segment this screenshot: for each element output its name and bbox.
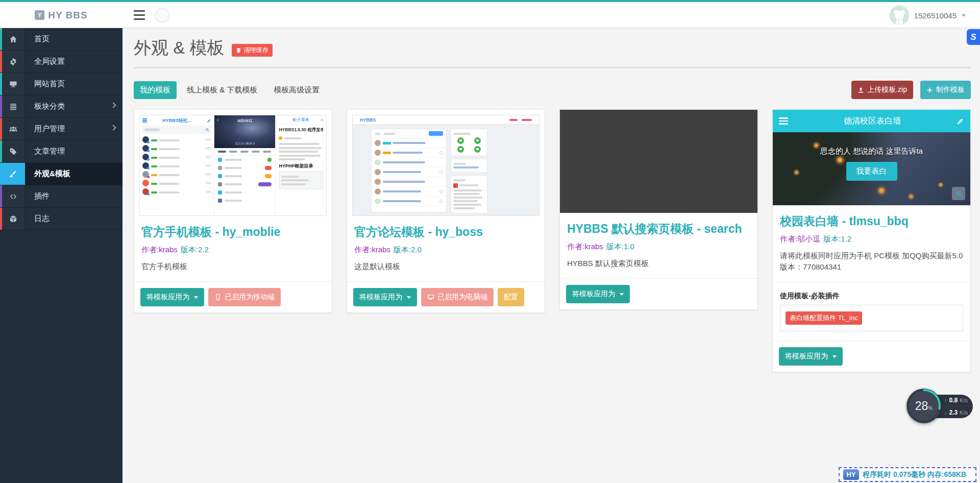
gear-icon <box>2 51 25 73</box>
tag-icon <box>2 140 25 162</box>
sidebar-item-label: 文章管理 <box>25 140 122 162</box>
top-accent-bar <box>0 0 980 2</box>
sidebar-item-label: 首页 <box>25 28 122 50</box>
template-cards: HYBBS轻社... ‹ admin1 <box>134 109 971 372</box>
template-title[interactable]: 官方手机模板 - hy_moblie <box>141 224 325 240</box>
sidebar: 首页全局设置网站首页板块分类用户管理文章管理外观&模板插件日志 <box>0 28 122 483</box>
apply-template-button[interactable]: 将模板应用为 <box>566 285 630 303</box>
users-icon <box>2 118 25 140</box>
template-thumbnail[interactable]: 德清校区表白墙 思念的人 想说的话 这里告诉ta 我要表白 <box>773 110 970 205</box>
search-icon <box>205 128 209 132</box>
template-meta: 作者:krabs版本:2.2 <box>141 245 325 255</box>
user-avatar <box>890 6 909 25</box>
apply-template-button[interactable]: 将模板应用为 <box>779 347 843 366</box>
caret-down-icon <box>407 296 411 299</box>
arrow-down-icon: ↓ <box>944 409 947 416</box>
config-button[interactable]: 配置 <box>498 288 524 306</box>
search-icon <box>955 190 962 197</box>
sidebar-item-home[interactable]: 首页 <box>0 28 122 51</box>
template-meta: 作者:krabs版本:1.0 <box>567 242 750 252</box>
tab-advanced-settings[interactable]: 模板高级设置 <box>267 81 326 99</box>
upload-template-button[interactable]: 上传模板.zip <box>851 81 913 99</box>
monitor-icon <box>427 294 434 301</box>
sidebar-item-list[interactable]: 板块分类 <box>0 95 122 118</box>
sidebar-item-brush[interactable]: 外观&模板 <box>0 163 122 185</box>
template-title[interactable]: HYBBS 默认搜索页模板 - search <box>567 221 750 237</box>
phone-icon <box>214 294 222 301</box>
user-menu[interactable]: 1526510045 <box>890 5 966 26</box>
enabled-desktop-badge[interactable]: 已启用为电脑端 <box>421 288 494 306</box>
template-description: HYBBS 默认搜索页模板 <box>567 258 750 269</box>
plugin-badge[interactable]: 表白墙配置插件 TL_inc <box>786 311 862 325</box>
required-plugins-box: 表白墙配置插件 TL_inc <box>780 305 963 331</box>
sidebar-item-code[interactable]: 插件 <box>0 185 122 208</box>
sidebar-item-label: 网站首页 <box>25 73 122 95</box>
sidebar-item-label: 插件 <box>25 185 122 207</box>
template-card-hy-moblie: HYBBS轻社... ‹ admin1 <box>134 109 332 313</box>
app-root: Y HY BBS 1526510045 首页全局设置网站首页板块分类用户管理文章… <box>0 0 980 483</box>
sidebar-item-label: 板块分类 <box>25 95 122 117</box>
menu-toggle-icon[interactable] <box>134 10 145 20</box>
sidebar-item-label: 用户管理 <box>25 118 122 140</box>
sidebar-item-tag[interactable]: 文章管理 <box>0 140 122 163</box>
template-description: 这是默认模板 <box>354 261 537 272</box>
sidebar-item-cube[interactable]: 日志 <box>0 208 122 230</box>
template-meta: 作者:krabs版本:2.0 <box>354 245 537 255</box>
perf-status-text: 程序耗时 0.075毫秒 内存:658KB <box>863 470 966 479</box>
template-description: 请将此模板同时应用为手机 PC模板 加QQ购买最新5.0版本：770804341 <box>780 250 963 273</box>
sidebar-item-monitor[interactable]: 网站首页 <box>0 73 122 95</box>
plus-icon <box>926 87 933 93</box>
tab-online-templates[interactable]: 线上模板 & 下载模板 <box>181 81 263 99</box>
sidebar-item-users[interactable]: 用户管理 <box>0 118 122 140</box>
home-icon <box>2 28 25 50</box>
toolbar: 我的模板 线上模板 & 下载模板 模板高级设置 上传模板.zip 制作模板 <box>134 81 971 99</box>
search-button[interactable] <box>952 187 965 200</box>
trash-icon <box>236 47 241 53</box>
thumb-menu-icon <box>779 116 788 126</box>
template-meta: 作者:邬小逗版本:1.2 <box>780 234 963 244</box>
extension-s-button[interactable]: S <box>967 29 980 45</box>
debug-status-bar: HY 程序耗时 0.075毫秒 内存:658KB <box>839 467 976 482</box>
sidebar-item-gear[interactable]: 全局设置 <box>0 51 122 73</box>
enabled-mobile-badge[interactable]: 已启用为移动端 <box>208 288 281 306</box>
required-plugins-label: 使用模板-必装插件 <box>780 292 963 301</box>
pencil-icon <box>957 117 964 125</box>
header-divider <box>134 67 971 68</box>
page-title: 外观 & 模板 <box>134 36 225 60</box>
cpu-percent-circle[interactable]: 28% <box>906 389 941 423</box>
tab-my-templates[interactable]: 我的模板 <box>134 81 177 99</box>
monitor-icon <box>2 73 25 95</box>
list-icon <box>2 95 25 117</box>
template-card-tlmsu-bbq: 德清校区表白墙 思念的人 想说的话 这里告诉ta 我要表白 校园表白墙 - tl… <box>772 109 971 372</box>
brand[interactable]: Y HY BBS <box>0 2 122 28</box>
speed-monitor-widget[interactable]: ↑ 0.8K/s ↓ 2.3K/s 28% <box>906 389 973 424</box>
chevron-down-icon <box>962 14 966 17</box>
upload-icon <box>857 87 864 93</box>
create-template-button[interactable]: 制作模板 <box>920 81 971 99</box>
clear-cache-button[interactable]: 清理缓存 <box>232 44 273 57</box>
caret-down-icon <box>620 293 624 296</box>
apply-template-button[interactable]: 将模板应用为 <box>140 288 204 306</box>
template-card-hy-boss: HYBBS <box>347 109 545 313</box>
template-title[interactable]: 官方论坛模板 - hy_boss <box>354 224 537 240</box>
confess-button[interactable]: 我要表白 <box>846 162 897 181</box>
username: 1526510045 <box>914 11 957 20</box>
tab-bar: 我的模板 线上模板 & 下载模板 模板高级设置 <box>134 81 326 99</box>
caret-down-icon <box>832 355 837 358</box>
template-thumbnail[interactable]: HYBBS <box>352 115 540 216</box>
brand-logo-icon: Y <box>35 10 44 20</box>
cube-icon <box>2 208 25 230</box>
template-title[interactable]: 校园表白墙 - tlmsu_bbq <box>780 213 963 229</box>
sidebar-item-label: 外观&模板 <box>25 163 122 185</box>
brush-icon <box>0 163 25 185</box>
sidebar-item-label: 日志 <box>25 208 122 230</box>
template-thumbnail[interactable]: HYBBS轻社... ‹ admin1 <box>139 115 327 216</box>
main-content: 外观 & 模板 清理缓存 我的模板 线上模板 & 下载模板 模板高级设置 上传模… <box>122 28 980 483</box>
topbar: Y HY BBS 1526510045 <box>0 2 980 28</box>
code-icon <box>2 185 25 207</box>
apply-template-button[interactable]: 将模板应用为 <box>353 288 417 306</box>
caret-down-icon <box>194 296 198 299</box>
template-thumbnail[interactable] <box>560 110 757 213</box>
avatar-placeholder <box>155 8 170 23</box>
arrow-up-icon: ↑ <box>944 397 947 403</box>
